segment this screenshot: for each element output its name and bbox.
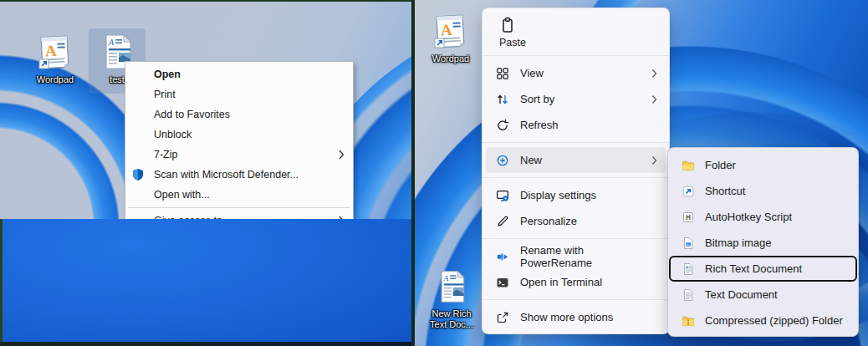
submenu-item-autohotkey[interactable]: H AutoHotkey Script <box>669 204 857 230</box>
menu-separator <box>128 207 350 208</box>
autohotkey-icon: H <box>682 211 695 224</box>
menu-item-print[interactable]: Print <box>125 84 353 104</box>
desktop-icon-label: Wordpad <box>37 74 74 85</box>
text-doc-icon <box>682 288 695 302</box>
display-icon <box>496 189 509 202</box>
terminal-icon <box>496 276 509 289</box>
zip-folder-icon <box>682 314 695 328</box>
rtf-doc-icon <box>682 262 695 276</box>
menu-item-refresh[interactable]: Refresh <box>486 112 666 138</box>
desktop-composite: A Wordpad A <box>0 0 868 346</box>
wordpad-shortcut-icon: A <box>431 11 471 51</box>
chevron-right-icon <box>338 149 345 160</box>
grid-icon <box>496 67 509 80</box>
left-desktop: A Wordpad A <box>0 0 412 346</box>
menu-item-open[interactable]: Open <box>125 64 353 84</box>
menu-item-unblock[interactable]: Unblock <box>125 125 353 145</box>
overlay-border <box>0 219 3 346</box>
screenshot-divider <box>411 0 415 346</box>
chevron-right-icon <box>651 155 657 165</box>
powerrename-icon <box>496 250 509 263</box>
desktop-icon-wordpad[interactable]: A Wordpad <box>25 32 85 85</box>
paste-button[interactable]: Paste <box>483 8 669 55</box>
submenu-item-shortcut[interactable]: Shortcut <box>669 178 857 204</box>
submenu-item-bitmap[interactable]: Bitmap image <box>669 230 857 256</box>
menu-item-personalize[interactable]: Personalize <box>486 208 666 234</box>
menu-item-powerrename[interactable]: Rename with PowerRename <box>486 243 666 269</box>
chevron-right-icon <box>651 94 657 104</box>
submenu-item-rich-text-document[interactable]: Rich Text Document <box>669 256 857 282</box>
desktop-icon-wordpad[interactable]: A Wordpad <box>421 11 481 64</box>
submenu-item-compressed-folder[interactable]: Compressed (zipped) Folder <box>669 308 857 333</box>
chevron-right-icon <box>651 69 657 79</box>
menu-item-open-in-terminal[interactable]: Open in Terminal <box>486 269 666 295</box>
desktop-icon-new-rich-text[interactable]: A New Rich Text Doc... <box>421 267 482 330</box>
sort-arrows-icon <box>496 93 509 106</box>
menu-item-scan-defender[interactable]: Scan with Microsoft Defender... <box>125 165 353 185</box>
svg-text:A: A <box>108 38 115 47</box>
menu-item-open-with[interactable]: Open with... <box>125 185 353 205</box>
refresh-icon <box>496 119 509 132</box>
paintbrush-icon <box>496 215 509 228</box>
folder-icon <box>682 159 695 172</box>
desktop-icon-label: Wordpad <box>432 53 469 64</box>
svg-text:A: A <box>44 42 57 60</box>
submenu-item-text-document[interactable]: Text Document <box>669 282 857 308</box>
rtf-file-icon: A <box>433 267 470 306</box>
desktop-icon-label: New Rich Text Doc... <box>425 308 478 330</box>
menu-item-add-to-favorites[interactable]: Add to Favorites <box>125 104 353 125</box>
submenu-item-folder[interactable]: Folder <box>669 152 857 178</box>
wordpad-shortcut-icon: A <box>35 32 75 72</box>
menu-item-show-more-options[interactable]: Show more options <box>486 304 666 330</box>
paste-label: Paste <box>499 37 669 48</box>
new-submenu: Folder Shortcut H AutoHotkey Script Bitm… <box>667 147 859 337</box>
svg-text:H: H <box>686 214 691 221</box>
menu-item-7zip[interactable]: 7-Zip <box>125 145 353 165</box>
magnified-screenshot-overlay <box>0 219 412 346</box>
bitmap-icon <box>682 237 695 250</box>
clipboard-icon <box>499 17 669 33</box>
window-edge <box>0 0 412 2</box>
menu-item-display-settings[interactable]: Display settings <box>486 182 666 208</box>
menu-item-sort-by[interactable]: Sort by <box>486 86 666 112</box>
svg-text:A: A <box>440 21 452 39</box>
desktop-icon-label: test <box>110 74 125 85</box>
menu-item-view[interactable]: View <box>486 60 666 86</box>
menu-item-new[interactable]: New <box>486 147 666 173</box>
defender-shield-icon <box>131 168 145 181</box>
svg-text:A: A <box>443 274 449 282</box>
shortcut-icon <box>682 185 695 198</box>
plus-circle-icon <box>496 154 509 167</box>
expand-icon <box>496 311 509 324</box>
win11-context-menu: Paste View Sort by Refresh New <box>482 8 670 334</box>
overlay-border <box>0 342 412 346</box>
classic-context-menu: Open Print Add to Favorites Unblock 7-Zi… <box>125 61 354 234</box>
